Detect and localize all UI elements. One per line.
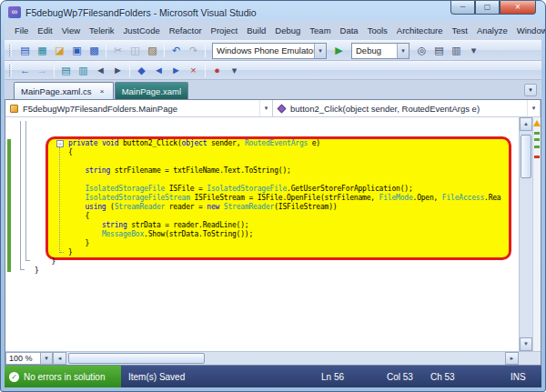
menu-justcode[interactable]: JustCode — [119, 24, 165, 37]
navigate-forward-icon[interactable]: → — [35, 63, 50, 78]
menu-edit[interactable]: Edit — [33, 24, 56, 37]
code-editor[interactable]: − private void button2_Click(object send… — [31, 117, 519, 351]
close-button[interactable]: × — [500, 1, 536, 15]
bookmark-tool-group: ◆◄►× — [133, 63, 202, 78]
start-debug-icon[interactable]: ▶ — [331, 43, 347, 58]
copy-icon[interactable]: ◫ — [127, 43, 143, 58]
new-project-icon[interactable]: ▤ — [17, 43, 33, 58]
comment-selection-icon[interactable]: ▤ — [58, 63, 74, 78]
menu-test[interactable]: Test — [448, 24, 472, 37]
uncomment-selection-icon[interactable]: ▥ — [76, 63, 91, 78]
tab-list-chevron-icon[interactable]: ▾ — [524, 84, 537, 96]
toolbar-separator — [164, 45, 165, 57]
save-icon[interactable]: ▣ — [69, 43, 85, 58]
minimize-icon: ─ — [460, 3, 466, 11]
scroll-left-icon[interactable]: ◄ — [53, 352, 66, 365]
previous-bookmark-icon[interactable]: ◄ — [151, 63, 167, 78]
menu-view[interactable]: View — [57, 24, 85, 37]
save-status-text: Item(s) Saved — [128, 372, 185, 382]
menu-team[interactable]: Team — [305, 24, 335, 37]
vertical-scrollbar[interactable]: ▲ ▼ — [519, 117, 532, 351]
toggle-breakpoint-icon[interactable]: ● — [209, 63, 225, 78]
toolbar-drag-grip[interactable] — [9, 45, 12, 56]
change-mark[interactable] — [534, 138, 540, 141]
menu-file[interactable]: File — [10, 24, 33, 37]
toolbar-options-icon[interactable]: ▾ — [466, 43, 481, 58]
chevron-down-icon[interactable]: ▾ — [397, 44, 409, 58]
chevron-down-icon[interactable]: ▾ — [527, 100, 540, 116]
add-new-item-icon[interactable]: ▦ — [35, 43, 50, 58]
paste-icon[interactable]: ▨ — [145, 43, 160, 58]
toggle-bookmark-icon[interactable]: ◆ — [134, 63, 149, 78]
clipboard-tool-group: ✂◫▨ — [109, 43, 161, 58]
toolbar-options-icon[interactable]: ▾ — [227, 63, 242, 78]
solution-config-combo[interactable]: Debug ▾ — [351, 43, 410, 59]
menu-telerik[interactable]: Telerik — [85, 24, 118, 37]
solution-config-value: Debug — [352, 45, 397, 55]
scroll-up-icon[interactable]: ▲ — [520, 117, 532, 131]
next-bookmark-icon[interactable]: ► — [168, 63, 184, 78]
minimize-button[interactable]: ─ — [450, 1, 475, 15]
editor-main: − private void button2_Click(object send… — [5, 117, 541, 351]
menu-build[interactable]: Build — [242, 24, 270, 37]
format-tool-group: ▤▥◄► — [57, 63, 126, 78]
scroll-right-icon[interactable]: ► — [505, 352, 519, 365]
tab-label: MainPage.xaml — [122, 86, 181, 96]
redo-icon[interactable]: ↷ — [186, 43, 201, 58]
method-icon — [278, 104, 287, 113]
deployment-target-combo[interactable]: Windows Phone Emulator ▾ — [212, 43, 327, 59]
find-in-files-icon[interactable]: ◎ — [414, 43, 430, 58]
decrease-indent-icon[interactable]: ◄ — [93, 63, 108, 78]
vertical-scroll-thumb[interactable] — [521, 135, 531, 178]
horizontal-scroll-thumb[interactable] — [68, 353, 205, 364]
cut-icon[interactable]: ✂ — [110, 43, 126, 58]
menu-refactor[interactable]: Refactor — [165, 24, 207, 37]
editor-shell: F5debugWp7FilesandFolders.MainPage ▾ but… — [5, 99, 541, 366]
menu-architecture[interactable]: Architecture — [392, 24, 448, 37]
properties-window-icon[interactable]: ▥ — [449, 43, 464, 58]
members-dropdown[interactable]: button2_Click(object sender, RoutedEvent… — [273, 100, 541, 116]
change-mark[interactable] — [534, 132, 540, 135]
horizontal-scroll-track[interactable] — [66, 352, 505, 365]
increase-indent-icon[interactable]: ► — [110, 63, 126, 78]
menu-project[interactable]: Project — [207, 24, 243, 37]
toolbar-standard: ▤▦◪▣▩ ✂◫▨ ↶↷ Windows Phone Emulator ▾ ▶ … — [5, 40, 541, 61]
chevron-down-icon[interactable]: ▾ — [40, 353, 52, 364]
menu-tools[interactable]: Tools — [363, 24, 392, 37]
warning-icon[interactable] — [533, 120, 541, 126]
insert-mode-indicator: INS — [511, 372, 538, 382]
chevron-down-icon[interactable]: ▾ — [314, 44, 326, 58]
types-dropdown-value: F5debugWp7FilesandFolders.MainPage — [23, 104, 259, 114]
tool-windows-group: ◎▤▥▾ — [413, 43, 482, 58]
menu-data[interactable]: Data — [336, 24, 363, 37]
error-mark[interactable] — [534, 156, 540, 158]
scrollbar-corner — [519, 352, 541, 365]
code-lines: private void button2_Click(object sender… — [31, 117, 519, 276]
toolbar-drag-grip[interactable] — [9, 65, 12, 76]
collapse-minus-icon[interactable]: − — [56, 140, 64, 147]
misc-tool-group: ●▾ — [208, 63, 243, 78]
scroll-down-icon[interactable]: ▼ — [520, 337, 532, 351]
change-mark[interactable] — [534, 146, 540, 148]
chevron-down-icon[interactable]: ▾ — [259, 100, 272, 116]
undo-icon[interactable]: ↶ — [168, 43, 184, 58]
save-all-icon[interactable]: ▩ — [86, 43, 102, 58]
window-controls: ─ ▢ × — [450, 1, 536, 15]
build-status[interactable]: ✓ No errors in solution — [5, 366, 121, 387]
tab-mainpage-xaml[interactable]: MainPage.xaml — [115, 82, 188, 99]
types-dropdown[interactable]: F5debugWp7FilesandFolders.MainPage ▾ — [5, 100, 273, 116]
navigate-tool-group: ←→ — [16, 63, 51, 78]
menu-analyze[interactable]: Analyze — [472, 24, 512, 37]
char-indicator: Ch 53 — [430, 372, 511, 382]
solution-explorer-icon[interactable]: ▤ — [431, 43, 447, 58]
tab-mainpage-xaml-cs[interactable]: MainPage.xaml.cs × — [14, 82, 114, 99]
menu-debug[interactable]: Debug — [270, 24, 305, 37]
restore-button[interactable]: ▢ — [475, 1, 500, 15]
vertical-scroll-track[interactable] — [520, 131, 532, 337]
clear-bookmarks-icon[interactable]: × — [186, 63, 201, 78]
close-tab-icon[interactable]: × — [98, 87, 106, 95]
menu-window[interactable]: Window — [512, 24, 546, 37]
open-file-icon[interactable]: ◪ — [52, 43, 67, 58]
zoom-combo[interactable]: 100 % ▾ — [5, 352, 53, 365]
navigate-backward-icon[interactable]: ← — [17, 63, 33, 78]
